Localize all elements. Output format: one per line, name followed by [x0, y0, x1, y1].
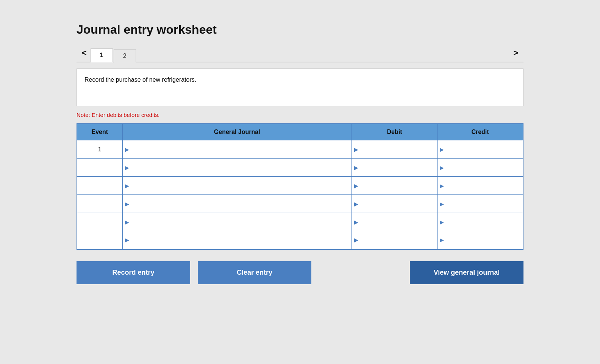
credit-cell-5[interactable]: ▶ — [438, 213, 523, 231]
general-input-2[interactable] — [131, 159, 352, 176]
event-cell-6 — [77, 231, 122, 249]
note-text: Note: Enter debits before credits. — [77, 112, 523, 118]
credit-input-1[interactable] — [446, 140, 523, 158]
table-row: ▶ ▶ ▶ — [77, 177, 523, 195]
tab-2[interactable]: 2 — [114, 49, 136, 62]
arrow-icon-g2: ▶ — [123, 165, 131, 171]
arrow-icon-c5: ▶ — [438, 219, 446, 225]
debit-cell-6[interactable]: ▶ — [352, 231, 438, 249]
credit-input-5[interactable] — [446, 213, 523, 231]
instruction-text: Record the purchase of new refrigerators… — [84, 76, 196, 83]
event-cell-1: 1 — [77, 140, 122, 159]
debit-input-4[interactable] — [361, 195, 437, 213]
main-container: Journal entry worksheet < 1 2 > Record t… — [61, 11, 539, 296]
arrow-icon-d5: ▶ — [352, 219, 361, 225]
debit-cell-5[interactable]: ▶ — [352, 213, 438, 231]
table-row: ▶ ▶ ▶ — [77, 213, 523, 231]
general-input-4[interactable] — [131, 195, 352, 213]
credit-cell-3[interactable]: ▶ — [438, 177, 523, 195]
next-arrow[interactable]: > — [509, 46, 522, 60]
debit-input-3[interactable] — [361, 177, 437, 194]
arrow-icon-d1: ▶ — [352, 146, 361, 152]
debit-cell-3[interactable]: ▶ — [352, 177, 438, 195]
view-general-journal-button[interactable]: View general journal — [410, 261, 523, 284]
header-general-journal: General Journal — [122, 124, 352, 140]
table-row: ▶ ▶ ▶ — [77, 195, 523, 213]
credit-cell-1[interactable]: ▶ — [438, 140, 523, 159]
buttons-row: Record entry Clear entry View general jo… — [77, 261, 523, 284]
credit-input-3[interactable] — [446, 177, 523, 194]
event-cell-3 — [77, 177, 122, 195]
general-input-5[interactable] — [131, 213, 352, 231]
arrow-icon-c2: ▶ — [438, 165, 446, 171]
table-row: ▶ ▶ ▶ — [77, 231, 523, 249]
arrow-icon-c6: ▶ — [438, 237, 446, 243]
arrow-icon-d4: ▶ — [352, 201, 361, 207]
debit-input-1[interactable] — [361, 140, 437, 158]
tabs-row: < 1 2 > — [77, 46, 523, 62]
debit-input-2[interactable] — [361, 159, 437, 176]
credit-input-6[interactable] — [446, 231, 523, 249]
arrow-icon-g3: ▶ — [123, 183, 131, 189]
table-row: ▶ ▶ ▶ — [77, 159, 523, 177]
debit-cell-4[interactable]: ▶ — [352, 195, 438, 213]
arrow-icon-c3: ▶ — [438, 183, 446, 189]
arrow-icon-d2: ▶ — [352, 165, 361, 171]
credit-cell-2[interactable]: ▶ — [438, 159, 523, 177]
credit-cell-6[interactable]: ▶ — [438, 231, 523, 249]
general-cell-5[interactable]: ▶ — [122, 213, 352, 231]
arrow-icon-c4: ▶ — [438, 201, 446, 207]
credit-input-2[interactable] — [446, 159, 523, 176]
general-input-6[interactable] — [131, 231, 352, 249]
general-cell-4[interactable]: ▶ — [122, 195, 352, 213]
general-cell-6[interactable]: ▶ — [122, 231, 352, 249]
header-event: Event — [77, 124, 122, 140]
tab-1[interactable]: 1 — [91, 48, 113, 62]
page-title: Journal entry worksheet — [77, 23, 523, 37]
event-cell-4 — [77, 195, 122, 213]
arrow-icon-g5: ▶ — [123, 219, 131, 225]
credit-cell-4[interactable]: ▶ — [438, 195, 523, 213]
arrow-icon-g4: ▶ — [123, 201, 131, 207]
event-cell-2 — [77, 159, 122, 177]
debit-cell-2[interactable]: ▶ — [352, 159, 438, 177]
journal-table: Event General Journal Debit Credit 1 ▶ — [77, 123, 523, 250]
arrow-icon-d6: ▶ — [352, 237, 361, 243]
general-cell-3[interactable]: ▶ — [122, 177, 352, 195]
prev-arrow[interactable]: < — [78, 46, 91, 60]
header-credit: Credit — [438, 124, 523, 140]
credit-input-4[interactable] — [446, 195, 523, 213]
header-debit: Debit — [352, 124, 438, 140]
arrow-icon-g1: ▶ — [123, 146, 131, 152]
debit-input-6[interactable] — [361, 231, 437, 249]
general-cell-1[interactable]: ▶ — [122, 140, 352, 159]
debit-input-5[interactable] — [361, 213, 437, 231]
clear-entry-button[interactable]: Clear entry — [198, 261, 311, 284]
event-cell-5 — [77, 213, 122, 231]
instruction-box: Record the purchase of new refrigerators… — [77, 68, 523, 106]
general-input-3[interactable] — [131, 177, 352, 194]
general-input-1[interactable] — [131, 140, 352, 158]
table-row: 1 ▶ ▶ ▶ — [77, 140, 523, 159]
arrow-icon-d3: ▶ — [352, 183, 361, 189]
general-cell-2[interactable]: ▶ — [122, 159, 352, 177]
record-entry-button[interactable]: Record entry — [77, 261, 190, 284]
arrow-icon-g6: ▶ — [123, 237, 131, 243]
debit-cell-1[interactable]: ▶ — [352, 140, 438, 159]
arrow-icon-c1: ▶ — [438, 146, 446, 152]
